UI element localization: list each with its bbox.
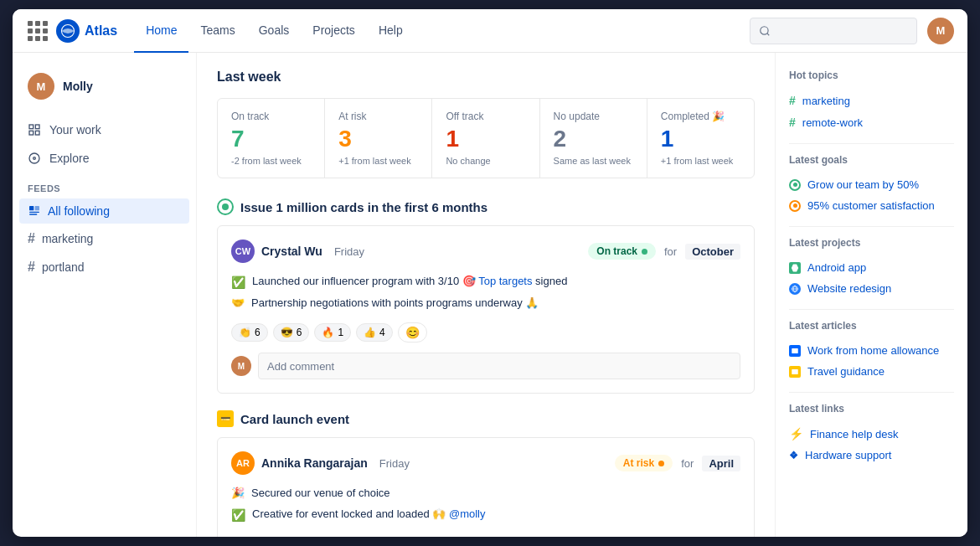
update-name-2[interactable]: Annika Rangarajan [261, 456, 368, 470]
molly-link[interactable]: @molly [449, 507, 486, 520]
goal-header-1: Issue 1 million cards in the first 6 mon… [217, 198, 755, 215]
comment-box-1: M Add comment [231, 353, 740, 379]
card-goal-header: 💳 Card launch event [217, 410, 755, 427]
nav-home[interactable]: Home [134, 9, 188, 53]
link-icon-finance: ⚡ [789, 427, 803, 440]
body-item-3: 🎉 Secured our venue of choice [231, 485, 740, 502]
grid-icon[interactable] [26, 19, 49, 43]
update-author-1: CW Crystal Wu Friday [231, 240, 364, 263]
last-week-title: Last week [217, 70, 755, 85]
stat-number: 2 [554, 126, 633, 152]
hot-topic-remote-work[interactable]: # remote-work [789, 111, 954, 133]
stat-on-track: On track 7 -2 from last week [218, 99, 325, 178]
latest-article-2[interactable]: Travel guidance [789, 361, 954, 382]
stat-change: +1 from last week [661, 156, 740, 166]
goal-title-2[interactable]: Card launch event [240, 412, 349, 426]
for-date-1: October [685, 244, 740, 260]
goal-icon [217, 198, 234, 215]
latest-link-2[interactable]: ❖ Hardware support [789, 445, 954, 466]
status-badge-2: At risk for April [615, 455, 740, 471]
latest-goal-1[interactable]: Grow our team by 50% [789, 174, 954, 195]
for-text-2: for [681, 457, 694, 470]
sidebar-item-portland[interactable]: # portland [19, 254, 189, 281]
nav-help[interactable]: Help [367, 9, 415, 53]
search-box[interactable] [750, 18, 917, 44]
stat-number: 1 [446, 126, 525, 152]
stat-change: Same as last week [554, 156, 633, 166]
grid-icon [28, 123, 41, 136]
reaction-cool[interactable]: 😎6 [273, 323, 310, 342]
panel-item-text: Android app [807, 261, 866, 274]
latest-article-1[interactable]: Work from home allowance [789, 340, 954, 361]
sidebar-username: Molly [63, 80, 93, 93]
main-content: M Molly Your work Explore Feeds All foll… [13, 53, 967, 537]
stat-label: No update [554, 111, 633, 122]
feed-icon [28, 204, 41, 218]
body-text-1: Launched our influencer program with 3/1… [252, 273, 567, 291]
sidebar-item-label: Explore [49, 152, 89, 165]
goal-dot-orange [789, 200, 801, 212]
latest-project-1[interactable]: Android app [789, 257, 954, 278]
latest-goal-2[interactable]: 95% customer satisfaction [789, 195, 954, 216]
goal-dot-green [789, 179, 801, 191]
for-date-2: April [702, 456, 740, 471]
right-panel: Hot topics # marketing # remote-work Lat… [775, 53, 967, 537]
update-name-1[interactable]: Crystal Wu [261, 245, 322, 258]
nav-goals[interactable]: Goals [247, 9, 302, 53]
panel-item-text: Work from home allowance [807, 344, 939, 357]
sidebar: M Molly Your work Explore Feeds All foll… [13, 53, 197, 537]
status-pill-on-track: On track [588, 243, 656, 260]
stat-completed: Completed 🎉 1 +1 from last week [647, 99, 754, 178]
latest-link-1[interactable]: ⚡ Finance help desk [789, 423, 954, 445]
logo[interactable]: Atlas [56, 19, 117, 43]
comment-input[interactable]: Add comment [258, 353, 740, 379]
latest-project-2[interactable]: Website redesign [789, 278, 954, 299]
svg-point-8 [34, 157, 36, 160]
hot-topics-label: Hot topics [789, 70, 954, 81]
status-pill-at-risk: At risk [615, 455, 673, 471]
update-date-2: Friday [379, 457, 410, 470]
sidebar-item-label: All following [48, 204, 110, 218]
nav-teams[interactable]: Teams [188, 9, 246, 53]
sidebar-user[interactable]: M Molly [19, 66, 189, 106]
status-dot-green [642, 249, 647, 255]
stat-change: No change [446, 156, 525, 166]
goal-section-1: Issue 1 million cards in the first 6 mon… [217, 198, 755, 394]
goal-title-1[interactable]: Issue 1 million cards in the first 6 mon… [240, 200, 487, 214]
top-targets-link[interactable]: Top targets [478, 275, 532, 287]
sidebar-item-explore[interactable]: Explore [19, 145, 189, 172]
reaction-clap[interactable]: 👏6 [231, 323, 268, 342]
panel-item-text: Grow our team by 50% [807, 178, 919, 191]
stat-label: On track [231, 111, 311, 122]
search-icon [759, 25, 771, 37]
sidebar-item-all-following[interactable]: All following [19, 198, 189, 224]
body-item-4: ✅ Creative for event locked and loaded 🙌… [231, 506, 740, 524]
body-text-2: Partnership negotiations with points pro… [251, 295, 539, 312]
latest-links-label: Latest links [789, 403, 954, 415]
logo-text: Atlas [85, 23, 117, 39]
update-body-1: ✅ Launched our influencer program with 3… [231, 273, 740, 312]
stat-number: 1 [661, 126, 740, 152]
svg-point-1 [761, 26, 768, 33]
stat-change: -2 from last week [231, 156, 311, 166]
sidebar-item-your-work[interactable]: Your work [19, 116, 189, 143]
status-dot-orange [658, 461, 664, 466]
feeds-section-label: Feeds [19, 173, 189, 198]
sidebar-item-marketing[interactable]: # marketing [19, 225, 189, 252]
article-icon-wfh [789, 345, 801, 357]
reaction-fire[interactable]: 🔥1 [314, 323, 351, 342]
stat-off-track: Off track 1 No change [432, 99, 539, 178]
add-reaction-button[interactable]: 😊 [398, 322, 427, 343]
nav-projects[interactable]: Projects [301, 9, 367, 53]
status-badge-1: On track for October [588, 243, 740, 260]
reaction-thumbs[interactable]: 👍4 [356, 323, 393, 342]
user-avatar-nav[interactable]: M [927, 18, 954, 44]
panel-item-text: remote-work [802, 116, 863, 129]
project-icon-android [789, 262, 801, 274]
svg-rect-12 [29, 214, 37, 214]
update-date-1: Friday [334, 245, 364, 258]
hot-topic-marketing[interactable]: # marketing [789, 90, 954, 111]
avatar: M [28, 73, 54, 100]
panel-item-text: Website redesign [807, 282, 891, 295]
stat-label: Off track [446, 111, 525, 122]
